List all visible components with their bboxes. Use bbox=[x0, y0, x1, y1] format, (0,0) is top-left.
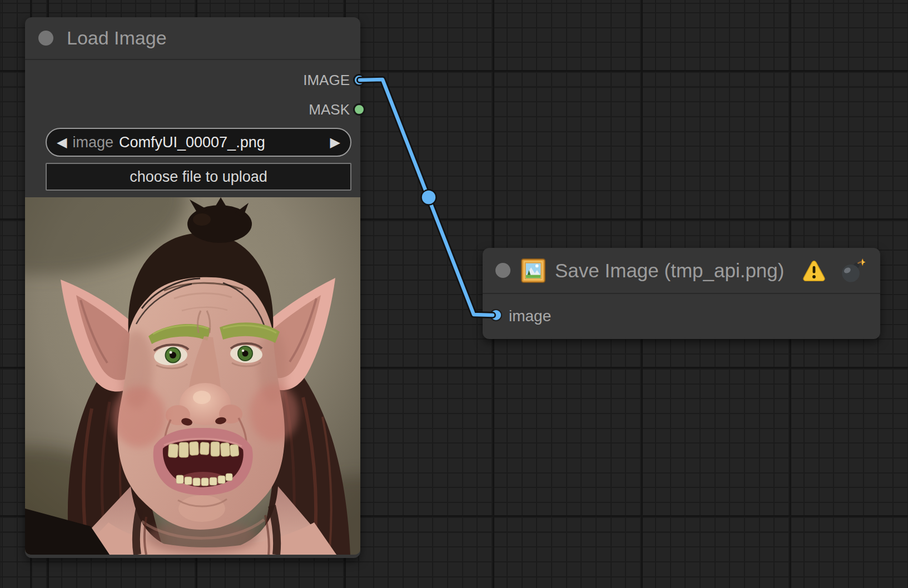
mask-output-port[interactable] bbox=[353, 103, 365, 116]
node-collapse-dot[interactable] bbox=[495, 263, 510, 278]
troll-portrait-image bbox=[25, 197, 360, 555]
output-label-mask: MASK bbox=[309, 102, 350, 117]
output-row-mask: MASK bbox=[309, 102, 365, 117]
node-save-image[interactable]: Save Image (tmp_api.png) image bbox=[483, 248, 880, 339]
combo-value: ComfyUI_00007_.png bbox=[119, 134, 265, 151]
node-title: Load Image bbox=[67, 27, 167, 49]
bomb-icon bbox=[840, 258, 865, 283]
image-input-port[interactable] bbox=[490, 309, 502, 321]
input-label-image: image bbox=[509, 307, 551, 325]
choose-file-button[interactable]: choose file to upload bbox=[46, 163, 351, 191]
node-title: Save Image (tmp_api.png) bbox=[555, 260, 784, 282]
image-output-port[interactable] bbox=[353, 74, 365, 86]
node-canvas[interactable]: Load Image IMAGE MASK ◀ image ComfyUI_00… bbox=[0, 0, 908, 588]
save-image-title-bar[interactable]: Save Image (tmp_api.png) bbox=[483, 248, 880, 294]
output-row-image: IMAGE bbox=[303, 73, 365, 87]
node-collapse-dot[interactable] bbox=[38, 31, 53, 46]
warning-icon bbox=[802, 258, 826, 283]
combo-prev-icon[interactable]: ◀ bbox=[57, 136, 67, 149]
framed-picture-icon bbox=[520, 258, 546, 283]
load-image-title-bar[interactable]: Load Image bbox=[25, 17, 360, 60]
combo-next-icon[interactable]: ▶ bbox=[330, 136, 340, 149]
combo-label: image bbox=[72, 134, 113, 151]
node-load-image[interactable]: Load Image IMAGE MASK ◀ image ComfyUI_00… bbox=[25, 17, 360, 558]
image-combo-widget[interactable]: ◀ image ComfyUI_00007_.png ▶ bbox=[46, 128, 351, 157]
output-label-image: IMAGE bbox=[303, 73, 350, 87]
image-preview bbox=[25, 197, 360, 555]
